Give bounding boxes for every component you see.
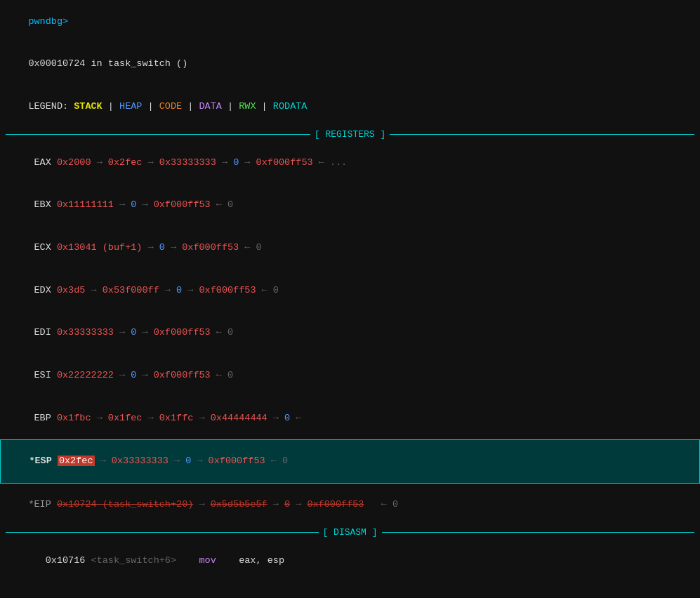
reg-name-edi: EDI: [28, 327, 57, 338]
disasm-header-fill-right: [382, 532, 695, 533]
register-eax: EAX 0x2000 → 0x2fec → 0x33333333 → 0 → 0…: [0, 141, 700, 184]
legend-code: CODE: [159, 101, 182, 112]
reg-val-eax: 0x2000: [57, 157, 91, 168]
prompt: pwndbg>: [28, 16, 68, 27]
reg-name-ecx: ECX: [28, 242, 57, 253]
disasm-header: [ DISASM ]: [0, 526, 700, 539]
register-edi: EDI 0x33333333 → 0 → 0xf000ff53 ← 0: [0, 312, 700, 354]
disasm-line-0: 0x10716 <task_switch+6> mov eax, esp: [0, 539, 700, 582]
register-esi: ESI 0x22222222 → 0 → 0xf000ff53 ← 0: [0, 354, 700, 397]
registers-header-label: [ REGISTERS ]: [310, 129, 390, 140]
register-ecx: ECX 0x13041 (buf+1) → 0 → 0xf000ff53 ← 0: [0, 226, 700, 269]
registers-header-fill-right: [390, 134, 694, 135]
register-esp-highlighted: *ESP 0x2fec → 0x33333333 → 0 → 0xf000ff5…: [0, 439, 700, 484]
disasm-line-1: 0x10718 <task_switch+8> and eax, 0xfffff…: [0, 582, 700, 598]
registers-header-fill-left: [6, 134, 310, 135]
esp-value-highlighted: 0x2fec: [58, 456, 95, 466]
reg-name-edx: EDX: [28, 285, 57, 295]
legend-stack: STACK: [74, 101, 103, 112]
register-ebp: EBP 0x1fbc → 0x1fec → 0x1ffc → 0x4444444…: [0, 397, 700, 439]
reg-name-esp: *ESP: [29, 456, 58, 466]
reg-name-eax: EAX: [28, 157, 57, 168]
registers-header: [ REGISTERS ]: [0, 128, 700, 141]
reg-name-eip: *EIP: [28, 499, 57, 510]
register-ebx: EBX 0x11111111 → 0 → 0xf000ff53 ← 0: [0, 184, 700, 227]
disasm-header-label: [ DISASM ]: [319, 527, 382, 538]
location-line: 0x00010724 in task_switch (): [0, 43, 700, 86]
prompt-line: pwndbg>: [0, 0, 700, 43]
register-edx: EDX 0x3d5 → 0x53f000ff → 0 → 0xf000ff53 …: [0, 269, 700, 312]
legend-rodata: RODATA: [273, 101, 308, 112]
location-text: 0x00010724 in task_switch (): [28, 58, 187, 69]
terminal-window: pwndbg> 0x00010724 in task_switch () LEG…: [0, 0, 700, 598]
disasm-header-fill-left: [6, 532, 319, 533]
legend-label: LEGEND:: [28, 101, 74, 112]
legend-data: DATA: [199, 101, 221, 112]
reg-name-ebp: EBP: [28, 413, 57, 423]
legend-rwx: RWX: [239, 101, 256, 112]
reg-name-esi: ESI: [28, 370, 57, 380]
reg-name-ebx: EBX: [28, 199, 57, 210]
register-eip: *EIP 0x10724 (task_switch+20) → 0x5d5b5e…: [0, 484, 700, 526]
legend-heap: HEAP: [119, 101, 142, 112]
legend-line: LEGEND: STACK | HEAP | CODE | DATA | RWX…: [0, 85, 700, 128]
